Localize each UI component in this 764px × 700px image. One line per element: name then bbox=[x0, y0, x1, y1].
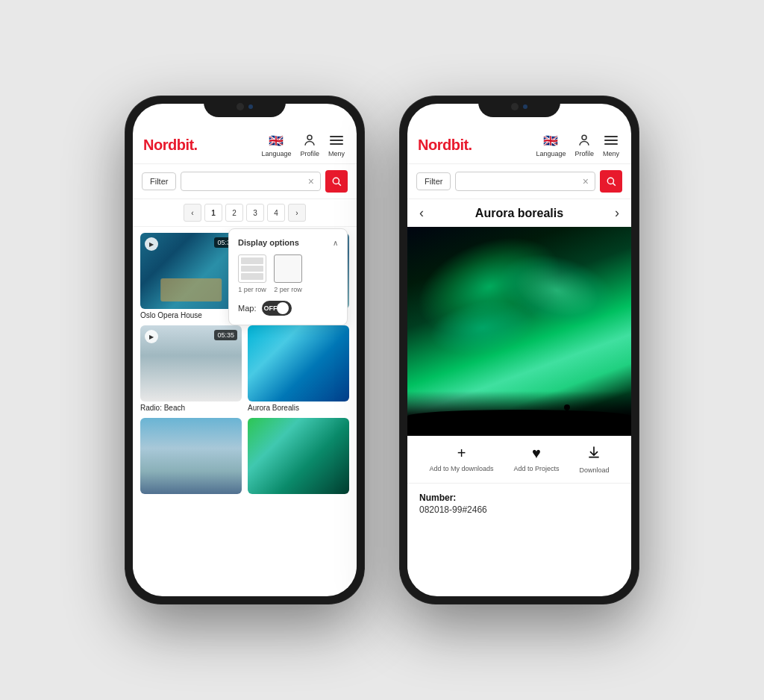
camera-2 bbox=[511, 103, 519, 110]
profile-icon-wrap-1 bbox=[301, 132, 318, 149]
grid-image-oslo: ▶ 05:35 bbox=[140, 233, 242, 309]
page-prev-1[interactable]: ‹ bbox=[184, 204, 201, 222]
svg-point-1 bbox=[333, 178, 339, 184]
search-button-1[interactable] bbox=[325, 170, 348, 193]
page-next-1[interactable]: › bbox=[288, 204, 306, 222]
search-input-wrap-1: × bbox=[181, 172, 321, 191]
grid-item-mountain[interactable] bbox=[140, 418, 242, 496]
search-clear-1[interactable]: × bbox=[308, 175, 314, 187]
detail-next-arrow[interactable]: › bbox=[615, 205, 619, 221]
display-options-chevron[interactable]: ∧ bbox=[333, 239, 338, 247]
menu-icon-wrap-1 bbox=[328, 132, 345, 149]
header-2: Nordbit. 🇬🇧 Language bbox=[407, 126, 631, 164]
grid-option-1-per-row[interactable]: 1 per row bbox=[238, 254, 266, 293]
grid-option-2-label: 2 per row bbox=[274, 286, 302, 293]
camera-1 bbox=[237, 103, 244, 110]
page-3[interactable]: 3 bbox=[246, 204, 264, 222]
menu-icon-wrap-2 bbox=[603, 132, 619, 149]
grid-image-aurora1 bbox=[248, 325, 349, 401]
page-2[interactable]: 2 bbox=[225, 204, 243, 222]
svg-point-0 bbox=[307, 135, 312, 140]
map-toggle[interactable]: OFF bbox=[262, 301, 292, 316]
header-1: Nordbit. 🇬🇧 Language bbox=[133, 126, 357, 164]
logo-1: Nordbit. bbox=[143, 137, 198, 154]
toggle-knob bbox=[277, 302, 289, 314]
menu-icon-1 bbox=[330, 136, 343, 145]
profile-action-1[interactable]: Profile bbox=[300, 132, 319, 157]
grid-image-aurora2 bbox=[248, 418, 349, 494]
menu-line-2 bbox=[330, 140, 343, 141]
menu-action-2[interactable]: Meny bbox=[603, 132, 619, 157]
search-input-1[interactable] bbox=[187, 177, 307, 186]
page-4[interactable]: 4 bbox=[267, 204, 285, 222]
grid-image-beach: ▶ 05:35 bbox=[140, 325, 242, 401]
add-downloads-button[interactable]: + Add to My downloads bbox=[429, 445, 493, 474]
play-badge-oslo: ▶ bbox=[145, 237, 158, 251]
profile-icon-2 bbox=[577, 134, 591, 147]
app-1-content: Nordbit. 🇬🇧 Language bbox=[133, 104, 357, 596]
profile-icon-wrap-2 bbox=[576, 132, 592, 149]
notch-1 bbox=[204, 96, 286, 117]
scene: Nordbit. 🇬🇧 Language bbox=[96, 66, 668, 634]
search-input-wrap-2: × bbox=[455, 172, 595, 191]
language-action-1[interactable]: 🇬🇧 Language bbox=[261, 132, 291, 157]
menu-label-2: Meny bbox=[603, 150, 619, 157]
download-icon bbox=[586, 445, 601, 463]
toggle-text: OFF bbox=[263, 304, 277, 312]
menu-action-1[interactable]: Meny bbox=[328, 132, 345, 157]
grid-item-aurora2[interactable] bbox=[248, 418, 349, 496]
menu-line-4 bbox=[604, 136, 618, 137]
profile-label-1: Profile bbox=[300, 150, 319, 157]
menu-line-5 bbox=[604, 140, 618, 141]
menu-icon-2 bbox=[604, 136, 618, 145]
grid-preview-1 bbox=[238, 254, 266, 283]
logo-2: Nordbit. bbox=[418, 137, 472, 154]
grid-item-aurora1[interactable]: Aurora Borealis bbox=[248, 325, 349, 412]
notch-2 bbox=[478, 96, 560, 117]
detail-image-container bbox=[407, 227, 631, 436]
dot-1 bbox=[248, 104, 253, 109]
play-badge-beach: ▶ bbox=[145, 330, 158, 343]
phone-1: Nordbit. 🇬🇧 Language bbox=[125, 96, 364, 604]
language-action-2[interactable]: 🇬🇧 Language bbox=[536, 132, 566, 157]
menu-line-3 bbox=[330, 143, 343, 145]
add-projects-label: Add to Projects bbox=[513, 465, 559, 472]
detail-info: Number: 082018-99#2466 bbox=[407, 484, 631, 524]
search-button-2[interactable] bbox=[600, 170, 622, 193]
grid-option-2-per-row[interactable]: 2 per row bbox=[274, 254, 302, 293]
svg-line-2 bbox=[339, 184, 341, 186]
preview-row-3 bbox=[241, 273, 263, 280]
language-label-2: Language bbox=[536, 150, 566, 157]
filter-button-1[interactable]: Filter bbox=[142, 172, 176, 190]
detail-prev-arrow[interactable]: ‹ bbox=[419, 205, 424, 221]
grid-option-1-label: 1 per row bbox=[238, 286, 266, 293]
detail-title: Aurora borealis bbox=[475, 207, 563, 220]
search-clear-2[interactable]: × bbox=[583, 175, 589, 187]
grid-item-oslo[interactable]: ▶ 05:35 Oslo Opera House bbox=[140, 233, 242, 319]
label-oslo: Oslo Opera House bbox=[140, 311, 242, 319]
profile-label-2: Profile bbox=[574, 150, 594, 157]
phone-2: Nordbit. 🇬🇧 Language bbox=[400, 96, 639, 604]
detail-aurora-image bbox=[407, 227, 631, 436]
profile-action-2[interactable]: Profile bbox=[574, 132, 594, 157]
display-options-header: Display options ∧ bbox=[238, 238, 338, 247]
display-options-title: Display options bbox=[238, 238, 299, 247]
map-label: Map: bbox=[238, 304, 256, 313]
label-beach: Radio: Beach bbox=[140, 404, 242, 412]
duration-beach: 05:35 bbox=[214, 330, 237, 340]
profile-icon-1 bbox=[303, 134, 316, 147]
grid-item-beach[interactable]: ▶ 05:35 Radio: Beach bbox=[140, 325, 242, 412]
map-toggle-row: Map: OFF bbox=[238, 301, 338, 316]
add-projects-button[interactable]: ♥ Add to Projects bbox=[513, 445, 559, 474]
page-1[interactable]: 1 bbox=[204, 204, 222, 222]
search-input-2[interactable] bbox=[462, 177, 582, 186]
flag-icon-wrap-2: 🇬🇧 bbox=[542, 132, 559, 149]
flag-icon-1: 🇬🇧 bbox=[269, 134, 284, 148]
phone-2-inner: Nordbit. 🇬🇧 Language bbox=[407, 104, 631, 596]
phone-1-inner: Nordbit. 🇬🇧 Language bbox=[133, 104, 357, 596]
download-button[interactable]: Download bbox=[579, 445, 609, 474]
logo-nord-2: Nordbit bbox=[418, 137, 469, 153]
download-label: Download bbox=[579, 466, 609, 474]
menu-line-1 bbox=[330, 136, 343, 137]
filter-button-2[interactable]: Filter bbox=[416, 172, 451, 190]
